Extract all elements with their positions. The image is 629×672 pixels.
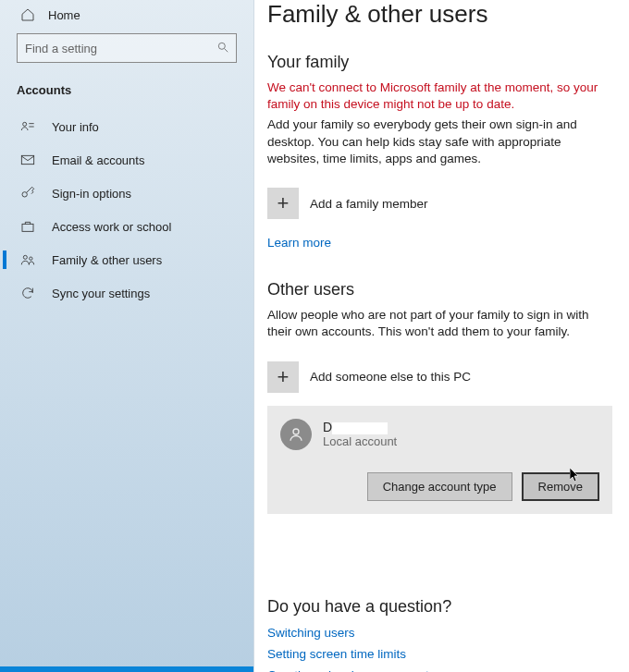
other-users-description: Allow people who are not part of your fa… bbox=[267, 307, 612, 340]
user-card[interactable]: D Local account Change account type Remo… bbox=[267, 406, 612, 514]
taskbar-edge bbox=[0, 666, 253, 672]
help-link-local-account[interactable]: Creating a local user account bbox=[267, 668, 612, 672]
person-card-icon bbox=[20, 119, 35, 134]
sidebar-item-your-info[interactable]: Your info bbox=[0, 110, 253, 143]
help-link-switching-users[interactable]: Switching users bbox=[267, 626, 612, 640]
search-icon bbox=[216, 41, 229, 54]
sync-icon bbox=[20, 286, 35, 300]
people-icon bbox=[20, 252, 35, 267]
other-users-heading: Other users bbox=[267, 280, 612, 299]
nav-label: Sign-in options bbox=[52, 187, 131, 201]
user-header: D Local account bbox=[280, 419, 599, 450]
add-family-member-button[interactable]: + Add a family member bbox=[267, 188, 612, 219]
add-family-label: Add a family member bbox=[310, 197, 428, 211]
svg-point-0 bbox=[218, 43, 225, 49]
search-container bbox=[0, 26, 253, 67]
nav-label: Email & accounts bbox=[52, 153, 144, 167]
sidebar-item-sync-settings[interactable]: Sync your settings bbox=[0, 276, 253, 310]
page-title: Family & other users bbox=[267, 0, 612, 29]
nav-label: Family & other users bbox=[52, 253, 162, 267]
svg-rect-5 bbox=[21, 155, 33, 164]
plus-icon: + bbox=[267, 188, 299, 219]
svg-point-10 bbox=[293, 429, 299, 434]
family-description: Add your family so everybody gets their … bbox=[267, 116, 612, 167]
help-link-screen-time[interactable]: Setting screen time limits bbox=[267, 647, 612, 661]
sidebar: Home Accounts Your info Email & accounts… bbox=[0, 0, 254, 672]
change-account-type-button[interactable]: Change account type bbox=[367, 472, 512, 501]
key-icon bbox=[20, 186, 35, 201]
add-other-user-button[interactable]: + Add someone else to this PC bbox=[267, 361, 612, 393]
add-other-label: Add someone else to this PC bbox=[310, 370, 471, 384]
home-button[interactable]: Home bbox=[0, 4, 253, 26]
sidebar-item-signin-options[interactable]: Sign-in options bbox=[0, 177, 253, 210]
svg-point-2 bbox=[23, 122, 27, 126]
main-content: Family & other users Your family We can'… bbox=[254, 0, 629, 672]
user-subtitle: Local account bbox=[323, 434, 397, 448]
person-icon bbox=[288, 426, 304, 443]
family-error-text: We can't connect to Microsoft family at … bbox=[267, 79, 612, 113]
search-input[interactable] bbox=[17, 33, 237, 63]
user-actions: Change account type Remove bbox=[280, 472, 599, 501]
svg-point-6 bbox=[22, 192, 27, 197]
plus-icon: + bbox=[267, 361, 299, 393]
nav-list: Your info Email & accounts Sign-in optio… bbox=[0, 110, 253, 310]
user-name: D bbox=[323, 420, 397, 434]
svg-point-8 bbox=[23, 255, 27, 259]
sidebar-item-email-accounts[interactable]: Email & accounts bbox=[0, 143, 253, 177]
mail-icon bbox=[20, 153, 35, 167]
family-heading: Your family bbox=[267, 53, 612, 72]
nav-label: Your info bbox=[52, 120, 99, 134]
nav-label: Access work or school bbox=[52, 220, 171, 234]
avatar bbox=[280, 419, 312, 450]
home-icon bbox=[20, 7, 35, 22]
briefcase-icon bbox=[20, 219, 35, 234]
home-label: Home bbox=[48, 8, 80, 22]
section-label: Accounts bbox=[0, 67, 253, 110]
sidebar-item-access-work-school[interactable]: Access work or school bbox=[0, 210, 253, 243]
svg-line-1 bbox=[225, 49, 228, 53]
remove-button[interactable]: Remove bbox=[522, 472, 599, 501]
sidebar-item-family-other-users[interactable]: Family & other users bbox=[0, 243, 253, 276]
learn-more-link[interactable]: Learn more bbox=[267, 236, 331, 250]
question-heading: Do you have a question? bbox=[267, 597, 612, 617]
svg-rect-7 bbox=[22, 224, 33, 231]
svg-point-9 bbox=[30, 257, 32, 260]
nav-label: Sync your settings bbox=[52, 287, 150, 300]
